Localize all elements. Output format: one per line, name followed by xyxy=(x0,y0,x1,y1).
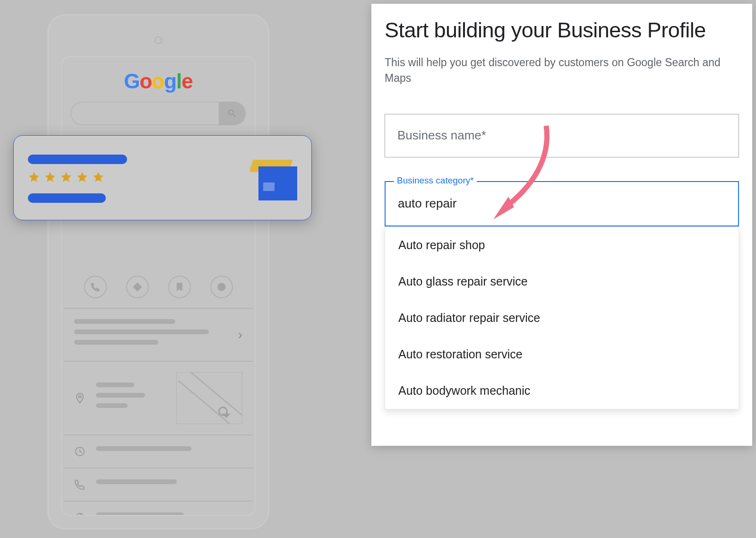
page-description: This will help you get discovered by cus… xyxy=(385,55,734,87)
suggestion-option[interactable]: Auto restoration service xyxy=(385,336,739,373)
business-category-input[interactable] xyxy=(385,181,739,226)
globe-icon xyxy=(74,512,86,516)
bookmark-icon xyxy=(168,276,191,298)
phone-speaker xyxy=(155,36,162,44)
phone-screen: Google xyxy=(61,56,256,516)
onboarding-panel: Start building your Business Profile Thi… xyxy=(371,4,752,446)
suggestion-option[interactable]: Auto repair shop xyxy=(385,227,739,263)
list-item xyxy=(64,468,253,501)
phone-icon xyxy=(74,479,86,490)
page-title: Start building your Business Profile xyxy=(385,18,739,43)
suggestion-option[interactable]: Auto bodywork mechanic xyxy=(385,373,739,409)
directions-icon xyxy=(126,276,149,298)
info-sections: › xyxy=(64,308,253,516)
placeholder-line xyxy=(28,155,127,164)
list-item xyxy=(64,361,253,434)
list-item xyxy=(64,501,253,516)
chevron-right-icon: › xyxy=(238,327,242,342)
clock-icon xyxy=(74,446,86,457)
svg-point-1 xyxy=(79,396,81,398)
business-category-label: Business category* xyxy=(394,175,477,186)
pin-icon xyxy=(74,392,86,404)
list-item: › xyxy=(64,308,253,361)
storefront-icon xyxy=(254,157,297,200)
business-name-field[interactable] xyxy=(385,114,739,157)
category-suggestions: Auto repair shop Auto glass repair servi… xyxy=(385,226,739,409)
google-logo: Google xyxy=(70,69,246,93)
suggestion-option[interactable]: Auto glass repair service xyxy=(385,263,739,300)
phone-mockup: Google xyxy=(33,12,284,532)
business-category-field[interactable]: Business category* xyxy=(385,181,739,226)
action-icons-row xyxy=(74,276,242,298)
suggestion-option[interactable]: Auto radiator repair service xyxy=(385,300,739,336)
star-rating xyxy=(28,171,254,183)
map-thumbnail xyxy=(176,372,242,424)
placeholder-line xyxy=(28,193,106,203)
phone-icon xyxy=(84,276,107,298)
business-result-card xyxy=(13,135,312,220)
search-icon[interactable] xyxy=(219,102,245,125)
globe-icon xyxy=(210,276,233,298)
list-item xyxy=(64,434,253,468)
search-bar[interactable] xyxy=(70,102,246,125)
phone-frame: Google xyxy=(47,14,269,529)
business-name-input[interactable] xyxy=(385,114,739,157)
